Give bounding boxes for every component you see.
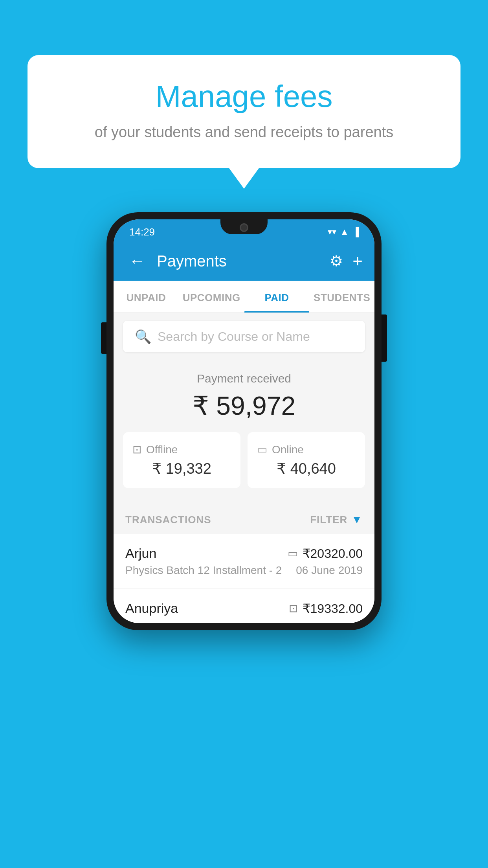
tab-unpaid-label: UNPAID xyxy=(126,292,166,303)
transaction-amount: ₹20320.00 xyxy=(303,546,363,561)
transactions-header: TRANSACTIONS FILTER ▼ xyxy=(114,503,374,534)
wifi-icon: ▾▾ xyxy=(328,227,336,237)
tabs-bar: UNPAID UPCOMING PAID STUDENTS xyxy=(114,281,374,313)
back-button[interactable]: ← xyxy=(125,252,149,270)
payment-received-section: Payment received ₹ 59,972 ⊡ Offline ₹ 19… xyxy=(114,360,374,503)
offline-card-header: ⊡ Offline xyxy=(132,443,231,456)
bubble-title: Manage fees xyxy=(59,79,429,114)
online-card: ▭ Online ₹ 40,640 xyxy=(248,432,365,488)
transaction-name: Arjun xyxy=(125,546,156,561)
background: Manage fees of your students and send re… xyxy=(0,0,488,868)
app-title: Payments xyxy=(157,252,322,270)
transaction-top: Anupriya ⊡ ₹19332.00 xyxy=(125,601,363,616)
phone-screen: 14:29 ▾▾ ▲ ▐ ← Payments ⚙ xyxy=(114,219,374,623)
payment-type-icon: ⊡ xyxy=(289,602,298,615)
tab-upcoming-label: UPCOMING xyxy=(183,292,240,303)
transaction-date: 06 June 2019 xyxy=(296,564,363,577)
speech-bubble-container: Manage fees of your students and send re… xyxy=(28,55,460,168)
app-bar: ← Payments ⚙ + xyxy=(114,241,374,281)
filter-button[interactable]: FILTER ▼ xyxy=(310,513,363,526)
phone-outer: 14:29 ▾▾ ▲ ▐ ← Payments ⚙ xyxy=(106,212,382,630)
add-button[interactable]: + xyxy=(352,251,363,271)
transaction-description: Physics Batch 12 Installment - 2 xyxy=(125,564,282,577)
signal-icon: ▲ xyxy=(340,227,349,237)
filter-icon: ▼ xyxy=(351,513,363,526)
transaction-bottom: Physics Batch 12 Installment - 2 06 June… xyxy=(125,564,363,577)
tab-students-label: STUDENTS xyxy=(314,292,370,303)
filter-label: FILTER xyxy=(310,514,347,526)
payment-received-label: Payment received xyxy=(123,372,365,385)
settings-button[interactable]: ⚙ xyxy=(330,252,343,270)
app-bar-actions: ⚙ + xyxy=(330,251,363,271)
transaction-name: Anupriya xyxy=(125,601,178,616)
back-arrow-icon: ← xyxy=(129,252,145,270)
transaction-amount: ₹19332.00 xyxy=(303,601,363,616)
transaction-row[interactable]: Anupriya ⊡ ₹19332.00 xyxy=(114,589,374,623)
transaction-row[interactable]: Arjun ▭ ₹20320.00 Physics Batch 12 Insta… xyxy=(114,534,374,589)
online-icon: ▭ xyxy=(257,443,267,456)
search-input[interactable]: Search by Course or Name xyxy=(158,329,310,344)
payment-type-icon: ▭ xyxy=(288,547,298,560)
gear-icon: ⚙ xyxy=(330,253,343,269)
tab-students[interactable]: STUDENTS xyxy=(309,281,374,313)
transaction-amount-row: ⊡ ₹19332.00 xyxy=(289,601,363,616)
tab-unpaid[interactable]: UNPAID xyxy=(114,281,179,313)
tab-paid-label: PAID xyxy=(264,292,289,303)
online-label: Online xyxy=(272,443,304,456)
online-amount: ₹ 40,640 xyxy=(257,460,356,477)
bubble-subtitle: of your students and send receipts to pa… xyxy=(59,124,429,141)
transaction-amount-row: ▭ ₹20320.00 xyxy=(288,546,363,561)
battery-icon: ▐ xyxy=(352,227,359,237)
payment-received-amount: ₹ 59,972 xyxy=(123,391,365,421)
offline-amount: ₹ 19,332 xyxy=(132,460,231,477)
offline-label: Offline xyxy=(146,443,178,456)
transactions-label: TRANSACTIONS xyxy=(125,514,211,526)
search-bar[interactable]: 🔍 Search by Course or Name xyxy=(123,321,365,352)
offline-card: ⊡ Offline ₹ 19,332 xyxy=(123,432,240,488)
phone-device: 14:29 ▾▾ ▲ ▐ ← Payments ⚙ xyxy=(106,212,382,630)
status-icons: ▾▾ ▲ ▐ xyxy=(328,227,359,237)
transaction-top: Arjun ▭ ₹20320.00 xyxy=(125,546,363,561)
tab-paid[interactable]: PAID xyxy=(244,281,310,313)
camera xyxy=(240,223,248,232)
offline-icon: ⊡ xyxy=(132,443,141,456)
plus-icon: + xyxy=(352,251,363,270)
search-container: 🔍 Search by Course or Name xyxy=(114,313,374,360)
online-card-header: ▭ Online xyxy=(257,443,356,456)
status-time: 14:29 xyxy=(129,226,155,238)
search-icon: 🔍 xyxy=(135,329,151,344)
payment-cards: ⊡ Offline ₹ 19,332 ▭ Online ₹ 40,640 xyxy=(123,432,365,488)
phone-notch xyxy=(220,219,268,234)
speech-bubble: Manage fees of your students and send re… xyxy=(28,55,460,168)
tab-upcoming[interactable]: UPCOMING xyxy=(179,281,244,313)
